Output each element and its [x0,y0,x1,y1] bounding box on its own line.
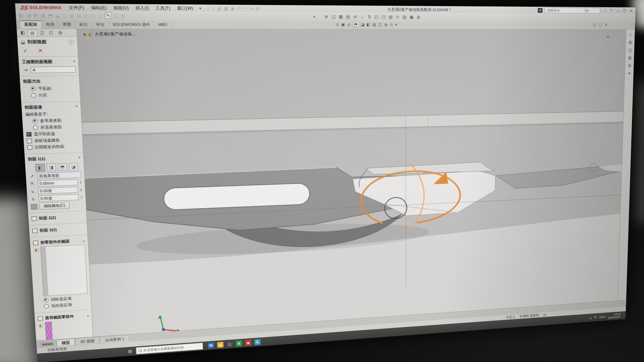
help-icon[interactable]: ? [609,9,613,12]
show-hidden-icon[interactable]: ◫ [62,13,67,18]
menu-edit[interactable]: 编辑(E) [88,4,110,12]
sketch-tool-icon[interactable]: ✎ [105,12,111,18]
component-selection-list[interactable]: ◧ [40,244,88,296]
rebuild-icon[interactable]: ⟳ [250,6,253,11]
collapse-icon[interactable]: ▴ [83,239,85,242]
radio-reference-plane[interactable]: 参考基准面 [33,118,78,124]
graphics-viewport[interactable]: ▶ ◧ 大灵扇2量产修改版... ✕ [76,28,626,337]
check-by-component[interactable]: 按零部件的截面 ▴ [33,238,85,245]
collapse-icon[interactable]: ▴ [73,59,75,64]
dimxpert-manager-tab-icon[interactable]: ◰ [47,30,56,36]
app-dark-icon[interactable]: ◫ [226,341,233,347]
tray-lang-eng[interactable]: ENG [599,315,605,319]
view-palette-icon[interactable]: ▨ [628,55,632,60]
menu-view[interactable]: 视图(V) [110,4,132,12]
section-letter-field[interactable]: A [31,66,76,73]
tab-addins[interactable]: SOLIDWORKS 插件 [108,20,154,28]
tray-expand-icon[interactable]: ▴ [590,316,591,319]
reference-geometry-icon[interactable]: ▨ [76,13,82,18]
app-blue-icon[interactable]: W [208,343,214,349]
window-minimize-icon[interactable]: ▢ [599,23,602,27]
home-icon[interactable]: ⌂ [207,6,210,11]
tab-mbd[interactable]: MBD [154,21,171,29]
ok-button[interactable]: ✓ [22,48,28,54]
new-document-icon[interactable]: ▯ [212,6,215,11]
dynamic-annotation-icon[interactable]: ◪ [361,22,365,27]
section-view-icon[interactable]: ⬒ [353,22,359,27]
taskbar-clock[interactable]: 16:13 2020/11/27 [608,313,621,319]
app-folder-icon[interactable]: ▤ [217,342,223,348]
rotate-component-icon[interactable]: ↔ [360,14,364,19]
check-show-cap[interactable]: 显示剖面盖 [26,131,79,137]
exploded-view-icon[interactable]: ⊙ [396,14,399,19]
help-icon[interactable]: ? [68,40,74,45]
tab-sketch[interactable]: 草图 [58,20,75,28]
top-plane-button-icon[interactable]: ◨ [47,164,56,171]
x-rotation-field[interactable]: 0.00度 [38,187,78,194]
file-explorer-icon[interactable]: ◫ [628,48,632,52]
bill-of-materials-icon[interactable]: ◰ [84,13,89,18]
smart-fastener-icon[interactable]: ⬒ [48,13,53,18]
zoom-fit-icon[interactable]: ⊙ [336,22,339,27]
undo-icon[interactable]: ↶ [237,6,241,11]
bill-of-materials-icon[interactable]: ▧ [389,14,393,19]
tab-scroll-buttons[interactable]: ◀◀ ▶▶ [40,341,55,347]
window-restore-icon[interactable]: ◱ [593,23,596,27]
app-teal-icon[interactable]: S [254,339,261,345]
print-icon[interactable]: ▣ [230,6,235,11]
resources-icon[interactable]: ⌂ [629,32,632,37]
front-plane-button-icon[interactable]: ◧ [35,164,45,172]
linear-pattern-icon[interactable]: ▦ [41,13,46,18]
view-settings-icon[interactable]: ▾ [395,22,397,27]
list-scrollbar[interactable] [41,247,48,296]
menu-insert[interactable]: 插入(I) [132,4,152,12]
tray-lang-cn[interactable]: 中 [594,315,597,319]
show-hide-icon[interactable]: ⇅ [368,14,371,19]
design-library-icon[interactable]: ▤ [629,40,632,45]
close-button[interactable]: ✕ [629,9,633,13]
search-input[interactable] [546,8,585,13]
insert-part-icon[interactable]: ◨ [26,13,32,18]
appearances-icon[interactable]: ◍ [628,63,631,68]
large-design-review-icon[interactable]: ▣ [410,14,414,19]
options-gear-icon[interactable]: ⚙ [256,6,260,11]
x-rotation-spinner[interactable]: ▲▼ [80,188,82,191]
check-section3[interactable]: 剖面 3(3) [32,226,84,234]
transparent-selection-list[interactable] [45,321,54,341]
tab-assembly[interactable]: 装配体 [20,20,42,29]
radio-include-selected[interactable]: 包括选定项 [44,301,89,309]
new-motion-study-icon[interactable]: ◳ [381,14,385,19]
exploded-view-icon[interactable]: ◱ [91,13,96,18]
redo-icon[interactable]: ↷ [244,6,247,11]
previous-view-icon[interactable]: ◎ [347,22,351,27]
custom-properties-icon[interactable]: ● [628,71,631,75]
tab-evaluate[interactable]: 评估 [92,20,109,28]
feature-tree-root-item[interactable]: 大灵扇2量产修改版... [95,32,136,37]
external-reference-icon[interactable]: ◍ [417,14,420,19]
collapse-icon[interactable]: ▴ [78,155,80,160]
save-icon[interactable]: ▦ [224,6,228,11]
edit-appearance-icon[interactable]: ◍ [384,22,388,27]
command-search[interactable]: ▾ [545,7,600,13]
mass-properties-icon[interactable]: ▧ [120,13,125,18]
edit-component-icon[interactable]: ◧ [19,13,24,18]
collapse-icon[interactable]: ▴ [76,104,78,109]
menu-window[interactable]: 窗口(W) [173,4,197,12]
component-pattern-icon[interactable]: ▦ [339,14,343,19]
help-session-icon[interactable]: ◔ [602,9,607,12]
collapse-icon[interactable]: ▴ [87,314,89,317]
show-desktop-button[interactable] [623,311,625,319]
check-section2[interactable]: 剖面 2(2) [32,214,84,222]
custom-plane-button-icon[interactable]: ◪ [69,163,78,171]
cancel-button[interactable]: ✕ [38,48,43,54]
reference-plane-field[interactable]: 前视基准面 [37,172,81,179]
radio-zonal[interactable]: 分区 [31,92,77,98]
instant-3d-icon[interactable]: ◲ [98,13,103,18]
hide-show-items-icon[interactable]: ◫ [378,22,382,27]
interference-detection-icon[interactable]: ▥ [402,14,407,19]
feature-manager-tab-icon[interactable]: ◧ [18,30,27,36]
offset-spinner[interactable]: ▲▼ [79,181,82,184]
check-keep-cap-color[interactable]: 保留顶盖颜色 [27,137,79,143]
property-manager-tab-icon[interactable]: ▤ [28,30,37,36]
mate-icon[interactable]: ◩ [34,13,39,18]
